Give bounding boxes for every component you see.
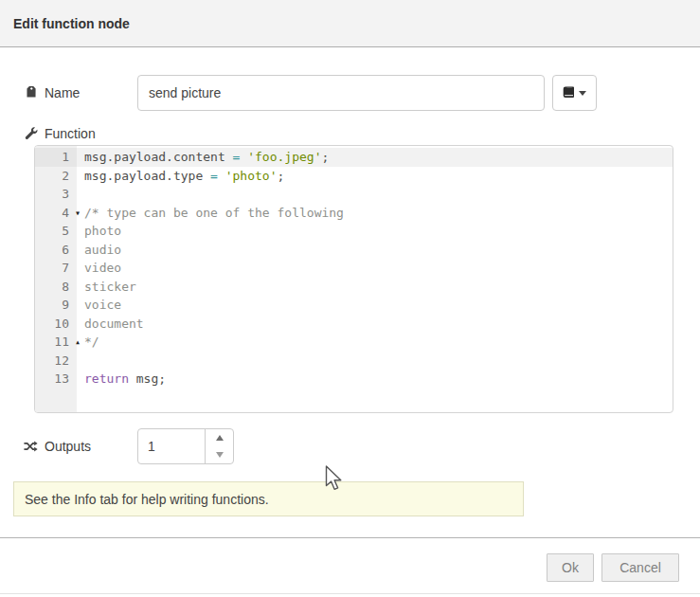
editor-gutter: 1234▾567891011▴1213: [35, 146, 77, 412]
dialog-title: Edit function node: [13, 16, 130, 31]
arrow-down-icon: [216, 452, 224, 458]
name-label-text: Name: [45, 85, 80, 100]
code-line[interactable]: video: [77, 259, 673, 278]
function-label: Function: [24, 124, 96, 143]
code-line[interactable]: [77, 352, 673, 371]
code-line[interactable]: return msg;: [77, 370, 673, 389]
gutter-line-number: 13: [35, 370, 77, 389]
dialog-footer: Ok Cancel: [0, 537, 700, 594]
gutter-line-number: 10: [35, 315, 77, 334]
outputs-input[interactable]: [138, 429, 212, 463]
code-line[interactable]: audio: [77, 241, 673, 260]
spinner-down-button[interactable]: [206, 446, 233, 463]
info-tip: See the Info tab for help writing functi…: [13, 481, 524, 516]
outputs-label: Outputs: [24, 428, 91, 464]
name-label: Name: [24, 75, 80, 111]
gutter-line-number: 4▾: [35, 204, 77, 223]
outputs-label-text: Outputs: [45, 439, 91, 454]
dialog-header: Edit function node: [0, 0, 700, 47]
code-line[interactable]: msg.payload.type = 'photo';: [77, 167, 673, 186]
gutter-line-number: 9: [35, 296, 77, 315]
code-editor[interactable]: 1234▾567891011▴1213 msg.payload.content …: [34, 145, 673, 413]
library-button[interactable]: [552, 75, 597, 111]
code-line[interactable]: photo: [77, 222, 673, 241]
editor-code[interactable]: msg.payload.content = 'foo.jpeg';msg.pay…: [77, 146, 673, 412]
code-line[interactable]: */: [77, 333, 673, 352]
wrench-icon: [24, 127, 38, 140]
gutter-line-number: 2: [35, 167, 77, 186]
gutter-line-number: 6: [35, 241, 77, 260]
gutter-line-number: 8: [35, 278, 77, 297]
code-line[interactable]: [77, 185, 673, 204]
tag-icon: [24, 86, 38, 100]
edit-function-dialog: Edit function node Name Function 1234▾56…: [0, 0, 700, 597]
code-line[interactable]: sticker: [77, 278, 673, 297]
code-line[interactable]: msg.payload.content = 'foo.jpeg';: [77, 148, 673, 167]
arrow-up-icon: [216, 435, 224, 441]
info-tip-text: See the Info tab for help writing functi…: [25, 492, 269, 507]
shuffle-icon: [24, 440, 38, 453]
code-line[interactable]: /* type can be one of the following: [77, 204, 673, 223]
gutter-line-number: 12: [35, 352, 77, 371]
spinner-up-button[interactable]: [206, 429, 233, 446]
ok-button[interactable]: Ok: [547, 553, 594, 582]
gutter-line-number: 3: [35, 185, 77, 204]
spinner-buttons: [205, 429, 233, 463]
code-line[interactable]: document: [77, 315, 673, 334]
gutter-line-number: 11▴: [35, 333, 77, 352]
caret-down-icon: [579, 91, 586, 96]
code-line[interactable]: voice: [77, 296, 673, 315]
gutter-line-number: 7: [35, 259, 77, 278]
outputs-spinner: [137, 428, 234, 464]
book-icon: [563, 86, 575, 100]
gutter-line-number: 5: [35, 222, 77, 241]
name-input[interactable]: [137, 75, 545, 111]
cancel-button[interactable]: Cancel: [601, 553, 679, 582]
function-label-text: Function: [45, 126, 96, 141]
gutter-line-number: 1: [35, 148, 77, 167]
